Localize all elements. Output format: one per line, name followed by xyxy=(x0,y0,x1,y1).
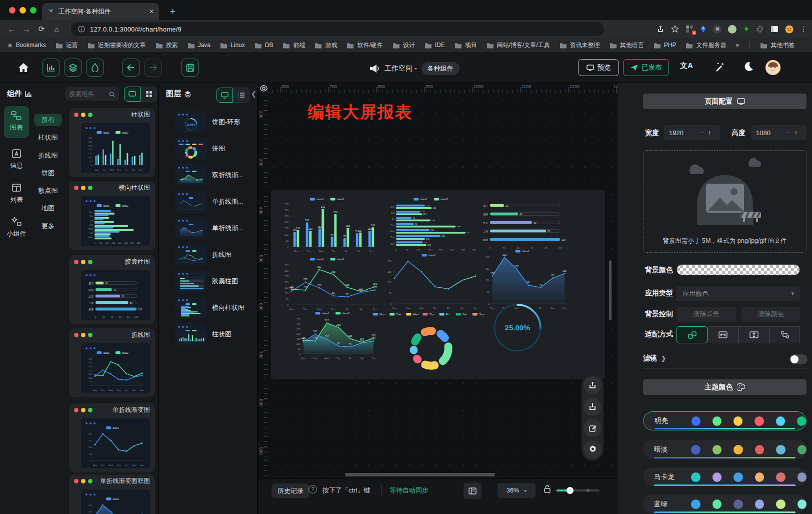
collapse-panel-icon[interactable]: ❮ xyxy=(251,90,256,98)
bookmark-folder[interactable]: 设计 xyxy=(392,41,415,50)
bookmark-folder[interactable]: 前端 xyxy=(282,41,305,50)
clear-color-button[interactable]: 清除颜色 xyxy=(742,307,800,322)
magic-wand-icon[interactable] xyxy=(714,62,725,73)
bookmark-folder[interactable]: 软件/硬件 xyxy=(346,41,382,50)
home-icon[interactable] xyxy=(18,63,29,73)
eye-icon[interactable] xyxy=(260,85,268,92)
theme-option-bright[interactable]: 明亮 xyxy=(643,411,806,430)
single-view-toggle[interactable] xyxy=(124,87,140,102)
layers-mode-button[interactable] xyxy=(64,59,82,77)
export-button[interactable] xyxy=(584,376,602,394)
bookmark-star-icon[interactable] xyxy=(671,25,679,33)
bookmark-folder[interactable]: 项目 xyxy=(454,41,477,50)
workspace-name-badge[interactable]: 各种组件 xyxy=(422,62,460,75)
forward-icon[interactable]: → xyxy=(19,25,34,34)
sidebar-icon[interactable] xyxy=(770,26,778,33)
bookmark-folder[interactable]: IDE xyxy=(424,42,445,49)
zoom-window-button[interactable] xyxy=(30,7,36,14)
bookmark-folder[interactable]: 文件服务器 xyxy=(686,41,726,50)
layout-panel-button[interactable] xyxy=(464,482,482,499)
horizontal-scrollbar[interactable] xyxy=(345,473,495,476)
stepper-icons[interactable]: −+ xyxy=(700,129,715,137)
chart-donut-pie[interactable]: MonTueWedThuFriSatSun xyxy=(361,312,501,375)
help-icon[interactable]: ? xyxy=(308,485,317,493)
bookmark-folder[interactable]: 其他语言 xyxy=(610,41,644,50)
unlock-icon[interactable] xyxy=(544,485,551,493)
share-icon[interactable] xyxy=(656,25,664,33)
chart-capsule-bar[interactable]: 厦门20南阳40北京60上海80新疆100020406080100 xyxy=(477,198,572,250)
chart-line-dual[interactable]: data1data2050100150200250300350120200150… xyxy=(279,256,382,311)
chart-line-gradient[interactable]: data1050100150200MonTueWedThuFriSatSun xyxy=(382,252,482,310)
extension-circle2-icon[interactable] xyxy=(728,25,736,34)
fit-stretch-button[interactable] xyxy=(770,326,800,343)
category-line[interactable]: 折线图 xyxy=(34,151,62,160)
bookmark-folder[interactable]: 近期需要读的文章 xyxy=(88,41,146,50)
sidebar-item-charts[interactable]: 图表 xyxy=(4,106,29,138)
home-icon[interactable]: ⌂ xyxy=(49,25,64,34)
layer-item[interactable]: 25.00%饼图-环形 xyxy=(159,111,258,135)
sidebar-item-widgets[interactable]: 小组件 xyxy=(4,212,29,242)
extension-icon[interactable]: 9 xyxy=(686,25,694,33)
fit-height-button[interactable] xyxy=(738,326,770,343)
back-icon[interactable]: ← xyxy=(4,25,19,34)
chart-progress-ring[interactable]: 25.00% xyxy=(490,301,544,355)
component-card[interactable]: 胶囊柱图 厦门20南阳40北京60上海80新疆100020406080100 xyxy=(69,255,155,324)
bookmark-folder[interactable]: 运营 xyxy=(56,41,78,50)
import-button[interactable] xyxy=(584,398,602,416)
filter-toggle[interactable] xyxy=(790,354,808,364)
undo-button[interactable] xyxy=(122,59,140,77)
layer-item[interactable]: 单折线渐... xyxy=(159,191,258,215)
category-bar[interactable]: 柱状图 xyxy=(34,133,62,142)
history-button[interactable]: 历史记录 xyxy=(272,483,310,498)
layer-thumbnail-view-toggle[interactable] xyxy=(216,88,233,103)
layer-list-view-toggle[interactable] xyxy=(233,88,250,103)
layer-item[interactable]: 胶囊柱图 xyxy=(159,270,258,294)
component-card[interactable]: 横向柱状图 data1data2050100150200250300350Sun… xyxy=(69,181,155,250)
new-tab-button[interactable]: + xyxy=(170,5,176,18)
chart-bar-grouped[interactable]: data1data2050100150200250300350120136Mon… xyxy=(279,196,382,253)
component-search[interactable] xyxy=(65,87,119,101)
user-avatar[interactable] xyxy=(766,60,780,75)
sidebar-item-info[interactable]: 信息 xyxy=(4,144,29,173)
layer-item[interactable]: 横向柱状图 xyxy=(159,297,258,321)
fit-width-button[interactable] xyxy=(708,326,738,343)
bookmarks-overflow-icon[interactable]: » xyxy=(736,42,739,49)
search-input[interactable] xyxy=(69,91,107,98)
layer-item[interactable]: 单折线渐... xyxy=(159,217,258,241)
address-bar[interactable]: 127.0.0.1:3000/#/chart/home/9 xyxy=(71,22,604,36)
profile-avatar-icon[interactable] xyxy=(785,25,794,34)
vertical-scrollbar[interactable] xyxy=(609,260,612,320)
bookmark-folder[interactable]: Linux xyxy=(220,42,245,49)
layer-item[interactable]: 饼图 xyxy=(159,138,258,162)
bookmark-folder[interactable]: 游戏 xyxy=(314,41,337,50)
chevron-right-icon[interactable]: ❯ xyxy=(661,355,666,362)
dashboard-preview[interactable]: data1data2050100150200250300350120136Mon… xyxy=(271,190,605,379)
category-map[interactable]: 地图 xyxy=(34,204,62,213)
language-icon[interactable]: 文A xyxy=(680,61,693,71)
width-input[interactable]: 1920−+ xyxy=(664,125,720,140)
zoom-slider[interactable] xyxy=(556,489,600,491)
edit-button[interactable] xyxy=(584,419,602,437)
height-input[interactable]: 1080−+ xyxy=(751,125,806,140)
bookmark-folder[interactable]: 网站/博客/文章/工具 xyxy=(486,41,550,50)
category-more[interactable]: 更多 xyxy=(34,222,62,231)
dark-mode-moon-icon[interactable] xyxy=(742,61,754,72)
component-card[interactable]: 折线图 data1data2050100150200250300350MonTu… xyxy=(69,328,155,397)
dashboard-title-text[interactable]: 编辑大屏报表 xyxy=(308,101,412,124)
redo-button[interactable] xyxy=(144,59,162,77)
browser-tab[interactable]: 工作空间-各种组件 ✕ xyxy=(42,3,159,20)
editor-canvas[interactable]: 600 700 800 900 1000 1100 1200 1300 200 … xyxy=(258,83,618,514)
star-extension-icon[interactable]: ✶ xyxy=(743,25,750,34)
layer-item[interactable]: 柱状图 xyxy=(159,323,258,347)
layer-item[interactable]: 双折线渐... xyxy=(159,164,258,188)
theme-option-bluegreen[interactable]: 蓝绿 xyxy=(643,494,806,513)
fit-scale-button[interactable] xyxy=(676,326,708,343)
other-bookmarks-folder[interactable]: 其他书签 xyxy=(760,41,794,50)
puzzle-icon[interactable] xyxy=(756,25,764,33)
preview-button[interactable]: 预览 xyxy=(578,59,619,76)
bg-color-swatch[interactable] xyxy=(676,264,800,275)
grid-view-toggle[interactable] xyxy=(140,87,157,102)
charts-mode-button[interactable] xyxy=(42,59,60,77)
theme-option-macaron[interactable]: 马卡龙 xyxy=(643,467,806,486)
sidebar-item-list[interactable]: 列表 xyxy=(4,178,29,207)
